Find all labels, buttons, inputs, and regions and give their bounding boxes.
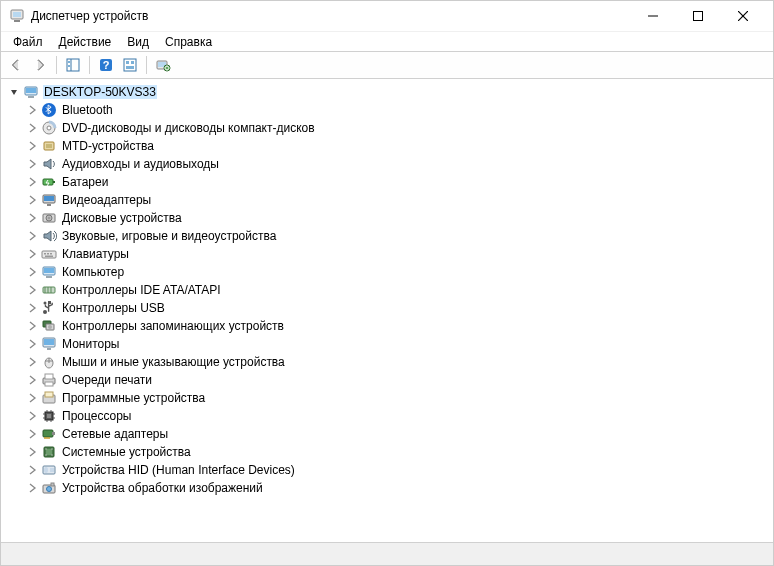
tree-node-label: Звуковые, игровые и видеоустройства bbox=[61, 229, 277, 243]
tree-node-label: Процессоры bbox=[61, 409, 133, 423]
audio-io-icon bbox=[41, 156, 57, 172]
tree-node-label: Очереди печати bbox=[61, 373, 153, 387]
tree-node-label: Программные устройства bbox=[61, 391, 206, 405]
chevron-right-icon[interactable] bbox=[25, 445, 39, 459]
chevron-right-icon[interactable] bbox=[25, 265, 39, 279]
battery-icon bbox=[41, 174, 57, 190]
tree-node-label: Компьютер bbox=[61, 265, 125, 279]
chevron-right-icon[interactable] bbox=[25, 337, 39, 351]
tree-node[interactable]: MTD-устройства bbox=[7, 137, 773, 155]
tree-node-label: Контроллеры запоминающих устройств bbox=[61, 319, 285, 333]
tree-node[interactable]: Видеоадаптеры bbox=[7, 191, 773, 209]
chevron-right-icon[interactable] bbox=[25, 121, 39, 135]
tree-node[interactable]: Звуковые, игровые и видеоустройства bbox=[7, 227, 773, 245]
chevron-right-icon[interactable] bbox=[25, 247, 39, 261]
chevron-right-icon[interactable] bbox=[25, 301, 39, 315]
svg-rect-55 bbox=[44, 339, 54, 345]
svg-rect-62 bbox=[45, 382, 53, 386]
chevron-right-icon[interactable] bbox=[25, 175, 39, 189]
svg-rect-40 bbox=[45, 256, 53, 258]
forward-button[interactable] bbox=[29, 54, 51, 76]
svg-rect-76 bbox=[52, 432, 55, 435]
tree-node[interactable]: Системные устройства bbox=[7, 443, 773, 461]
scan-hardware-button[interactable] bbox=[119, 54, 141, 76]
chevron-right-icon[interactable] bbox=[25, 229, 39, 243]
svg-rect-43 bbox=[46, 276, 52, 278]
bluetooth-icon bbox=[41, 102, 57, 118]
svg-point-35 bbox=[48, 217, 50, 219]
chevron-right-icon[interactable] bbox=[25, 211, 39, 225]
app-icon bbox=[9, 8, 25, 24]
back-button[interactable] bbox=[5, 54, 27, 76]
svg-rect-37 bbox=[44, 253, 46, 255]
tree-node-label: Видеоадаптеры bbox=[61, 193, 152, 207]
svg-point-85 bbox=[51, 454, 52, 455]
minimize-button[interactable] bbox=[630, 1, 675, 31]
tree-node[interactable]: Сетевые адаптеры bbox=[7, 425, 773, 443]
tree-node[interactable]: Батареи bbox=[7, 173, 773, 191]
tree-node[interactable]: Аудиовходы и аудиовыходы bbox=[7, 155, 773, 173]
maximize-button[interactable] bbox=[675, 1, 720, 31]
svg-point-90 bbox=[47, 487, 52, 492]
chevron-right-icon[interactable] bbox=[25, 319, 39, 333]
svg-rect-56 bbox=[47, 348, 51, 350]
tree-node[interactable]: Контроллеры запоминающих устройств bbox=[7, 317, 773, 335]
svg-rect-9 bbox=[68, 61, 70, 63]
svg-point-83 bbox=[51, 448, 52, 449]
svg-rect-31 bbox=[44, 196, 54, 201]
chevron-right-icon[interactable] bbox=[25, 355, 39, 369]
system-device-icon bbox=[41, 444, 57, 460]
tree-node-label: Устройства обработки изображений bbox=[61, 481, 264, 495]
tree-node-label: Батареи bbox=[61, 175, 109, 189]
chevron-right-icon[interactable] bbox=[25, 409, 39, 423]
device-tree-area[interactable]: DESKTOP-50KVS33 Bluetooth DVD-дисководы … bbox=[1, 79, 773, 543]
tree-node[interactable]: Очереди печати bbox=[7, 371, 773, 389]
close-button[interactable] bbox=[720, 1, 765, 31]
chevron-right-icon[interactable] bbox=[25, 373, 39, 387]
tree-node[interactable]: Контроллеры IDE ATA/ATAPI bbox=[7, 281, 773, 299]
chevron-right-icon[interactable] bbox=[25, 283, 39, 297]
tree-node-label: Мониторы bbox=[61, 337, 120, 351]
tree-node[interactable]: Программные устройства bbox=[7, 389, 773, 407]
chevron-right-icon[interactable] bbox=[25, 481, 39, 495]
help-button[interactable]: ? bbox=[95, 54, 117, 76]
svg-point-50 bbox=[44, 302, 47, 305]
tree-node[interactable]: Мониторы bbox=[7, 335, 773, 353]
chevron-right-icon[interactable] bbox=[25, 427, 39, 441]
tree-root-node[interactable]: DESKTOP-50KVS33 bbox=[7, 83, 773, 101]
svg-rect-4 bbox=[693, 12, 702, 21]
tree-node[interactable]: Клавиатуры bbox=[7, 245, 773, 263]
svg-rect-21 bbox=[26, 88, 36, 93]
tree-node[interactable]: Дисковые устройства bbox=[7, 209, 773, 227]
svg-rect-10 bbox=[68, 65, 70, 67]
tree-node[interactable]: Компьютер bbox=[7, 263, 773, 281]
tree-node[interactable]: Процессоры bbox=[7, 407, 773, 425]
menu-help[interactable]: Справка bbox=[157, 34, 220, 50]
menu-file[interactable]: Файл bbox=[5, 34, 51, 50]
svg-rect-13 bbox=[124, 59, 136, 71]
menu-action[interactable]: Действие bbox=[51, 34, 120, 50]
svg-point-53 bbox=[48, 325, 52, 329]
tree-node[interactable]: Контроллеры USB bbox=[7, 299, 773, 317]
properties-button[interactable] bbox=[152, 54, 174, 76]
chevron-down-icon[interactable] bbox=[7, 85, 21, 99]
tree-node[interactable]: Устройства HID (Human Interface Devices) bbox=[7, 461, 773, 479]
chevron-right-icon[interactable] bbox=[25, 391, 39, 405]
chevron-right-icon[interactable] bbox=[25, 463, 39, 477]
svg-rect-42 bbox=[44, 268, 54, 273]
svg-rect-66 bbox=[47, 414, 51, 418]
chevron-right-icon[interactable] bbox=[25, 157, 39, 171]
chevron-right-icon[interactable] bbox=[25, 193, 39, 207]
menu-view[interactable]: Вид bbox=[119, 34, 157, 50]
keyboard-icon bbox=[41, 246, 57, 262]
svg-rect-14 bbox=[126, 61, 129, 64]
tree-node[interactable]: DVD-дисководы и дисководы компакт-дисков bbox=[7, 119, 773, 137]
chevron-right-icon[interactable] bbox=[25, 103, 39, 117]
toolbar-separator bbox=[89, 56, 90, 74]
show-hide-tree-button[interactable] bbox=[62, 54, 84, 76]
tree-node[interactable]: Мыши и иные указывающие устройства bbox=[7, 353, 773, 371]
tree-node-label: DESKTOP-50KVS33 bbox=[43, 85, 157, 99]
tree-node[interactable]: Bluetooth bbox=[7, 101, 773, 119]
chevron-right-icon[interactable] bbox=[25, 139, 39, 153]
tree-node[interactable]: Устройства обработки изображений bbox=[7, 479, 773, 497]
